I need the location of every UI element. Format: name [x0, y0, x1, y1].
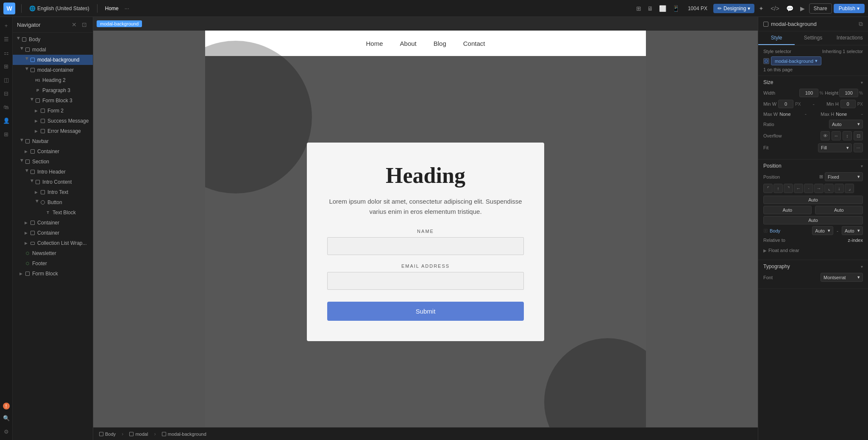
font-select[interactable]: Montserrat ▾	[821, 273, 863, 282]
desktop-device-btn[interactable]: 🖥	[645, 3, 656, 14]
pos-right-input[interactable]	[815, 206, 863, 214]
pos-mc-btn[interactable]: ·	[804, 184, 813, 193]
topbar-right: ✏ Designing ▾ ✦ </> 💬 ▶ Share Publish ▾	[713, 3, 865, 14]
position-section-header[interactable]: Position ▾	[758, 160, 868, 172]
assets-icon[interactable]: ◫	[1, 75, 11, 85]
pos-tc-btn[interactable]: ↑	[773, 184, 783, 193]
cms-icon[interactable]: ⊟	[1, 88, 11, 98]
pos-left-input[interactable]	[763, 206, 812, 214]
tree-item-container3[interactable]: ▶ Container	[13, 228, 93, 238]
overflow-clip-btn[interactable]: ⊡	[854, 131, 863, 140]
fullscreen-device-btn[interactable]: ⊞	[634, 3, 644, 14]
tree-item-container2[interactable]: ▶ Container	[13, 218, 93, 228]
tree-item-intro-content[interactable]: ▶ Intro Content	[13, 177, 93, 187]
tree-item-newsletter[interactable]: ⬡ Newsletter	[13, 248, 93, 258]
tree-item-footer[interactable]: ⬡ Footer	[13, 258, 93, 269]
pos-br-btn[interactable]: ⌟	[845, 184, 854, 193]
pos-tr-btn[interactable]: ⌝	[784, 184, 793, 193]
auto-select-2[interactable]: Auto ▾	[842, 226, 863, 235]
tree-item-collection-list[interactable]: ▶ Collection List Wrap...	[13, 238, 93, 248]
modal-name-input[interactable]	[327, 237, 524, 255]
tree-item-intro-text[interactable]: ▶ Intro Text	[13, 187, 93, 197]
tree-item-text-block[interactable]: T Text Block	[13, 207, 93, 218]
pos-mr-btn[interactable]: →	[814, 184, 823, 193]
tree-item-modal-container[interactable]: ▶ modal-container	[13, 65, 93, 75]
position-select[interactable]: Fixed ▾	[825, 172, 863, 181]
nav-home[interactable]: Home	[366, 40, 383, 47]
auto-select[interactable]: Auto ▾	[812, 226, 833, 235]
height-input[interactable]	[839, 89, 858, 97]
overflow-scroll-h-btn[interactable]: ↔	[832, 131, 841, 140]
navigator-icon[interactable]: ☰	[1, 34, 11, 44]
tree-item-error-message[interactable]: ▶ Error Message	[13, 126, 93, 136]
pos-bottom-input[interactable]	[763, 216, 863, 224]
tree-item-form2[interactable]: ▶ Form 2	[13, 106, 93, 116]
overflow-eye-btn[interactable]: 👁	[821, 131, 830, 140]
tree-item-form-block[interactable]: ▶ Form Block	[13, 269, 93, 279]
tree-item-modal[interactable]: ▶ modal	[13, 45, 93, 55]
float-and-clear-row[interactable]: ▶ Float and clear	[763, 245, 863, 255]
close-navigator-btn[interactable]: ✕	[70, 20, 78, 29]
add-element-icon[interactable]: +	[1, 20, 11, 31]
tab-settings[interactable]: Settings	[795, 31, 831, 45]
search-icon[interactable]: ⚏	[1, 48, 11, 58]
pos-top-input[interactable]	[763, 196, 863, 204]
tree-item-navbar[interactable]: ▶ Navbar	[13, 136, 93, 146]
search-bottom-icon[interactable]: 🔍	[1, 413, 11, 423]
modal-submit-btn[interactable]: Submit	[327, 302, 524, 321]
size-section-header[interactable]: Size ▾	[758, 76, 868, 89]
min-w-input[interactable]	[778, 100, 793, 108]
fit-more-btn[interactable]: ···	[854, 143, 863, 152]
play-icon-btn[interactable]: ▶	[798, 3, 807, 14]
pos-ml-btn[interactable]: ←	[794, 184, 803, 193]
expand-navigator-btn[interactable]: ⊡	[80, 20, 89, 29]
chevron-down-icon: ▾	[748, 6, 750, 11]
code-icon-btn[interactable]: </>	[768, 3, 782, 14]
sparkle-icon-btn[interactable]: ✦	[756, 3, 766, 14]
fit-row: Fit Fill ▾ ···	[763, 143, 863, 152]
width-input[interactable]	[799, 89, 818, 97]
modal-email-input[interactable]	[327, 272, 524, 290]
mobile-device-btn[interactable]: 📱	[670, 3, 682, 14]
publish-button[interactable]: Publish ▾	[834, 4, 865, 13]
tree-item-button[interactable]: ▶ Button	[13, 197, 93, 207]
bc-modal-bg[interactable]: modal-background	[159, 431, 209, 437]
ecommerce-icon[interactable]: 🛍	[1, 102, 11, 112]
tree-item-container1[interactable]: ▶ Container	[13, 146, 93, 157]
components-icon[interactable]: ⊞	[1, 61, 11, 71]
ratio-select[interactable]: Auto ▾	[829, 120, 863, 129]
bc-modal[interactable]: modal	[127, 431, 150, 437]
locale-selector[interactable]: 🌐 English (United States)	[26, 4, 93, 13]
pos-bl-btn[interactable]: ⌞	[824, 184, 834, 193]
nav-about[interactable]: About	[400, 40, 417, 47]
style-selector-pill[interactable]: modal-background ▾	[771, 56, 821, 65]
tree-item-section[interactable]: ▶ Section	[13, 157, 93, 167]
settings-bottom-icon[interactable]: ⚙	[1, 426, 11, 437]
min-h-input[interactable]	[840, 100, 856, 108]
bc-body[interactable]: Body	[97, 431, 118, 437]
comment-icon-btn[interactable]: 💬	[784, 3, 796, 14]
nav-contact[interactable]: Contact	[463, 40, 485, 47]
apps-icon[interactable]: ⊞	[1, 129, 11, 139]
designing-btn[interactable]: ✏ Designing ▾	[713, 4, 754, 13]
share-button[interactable]: Share	[809, 3, 832, 14]
pos-bc-btn[interactable]: ↓	[835, 184, 844, 193]
pos-tl-btn[interactable]: ⌜	[763, 184, 773, 193]
nav-blog[interactable]: Blog	[434, 40, 446, 47]
members-icon[interactable]: 👤	[1, 115, 11, 126]
tab-interactions[interactable]: Interactions	[832, 31, 868, 45]
tree-item-heading2[interactable]: H1 Heading 2	[13, 75, 93, 85]
tree-item-intro-header[interactable]: ▶ Intro Header	[13, 167, 93, 177]
typography-section-header[interactable]: Typography ▾	[758, 260, 868, 273]
tree-item-form-block-3[interactable]: ▶ Form Block 3	[13, 95, 93, 106]
tree-item-modal-background[interactable]: ▶ modal-background	[13, 55, 93, 65]
overflow-scroll-v-btn[interactable]: ↕	[843, 131, 852, 140]
tree-item-paragraph3[interactable]: P Paragraph 3	[13, 85, 93, 95]
tree-item-body[interactable]: ▶ Body	[13, 34, 93, 45]
rp-copy-btn[interactable]: ⧉	[859, 20, 863, 28]
tree-item-success-message[interactable]: ▶ Success Message	[13, 116, 93, 126]
fit-select[interactable]: Fill ▾	[818, 143, 852, 152]
tab-style[interactable]: Style	[758, 31, 795, 45]
tablet-device-btn[interactable]: ⬜	[657, 3, 669, 14]
home-link[interactable]: Home	[102, 4, 122, 13]
